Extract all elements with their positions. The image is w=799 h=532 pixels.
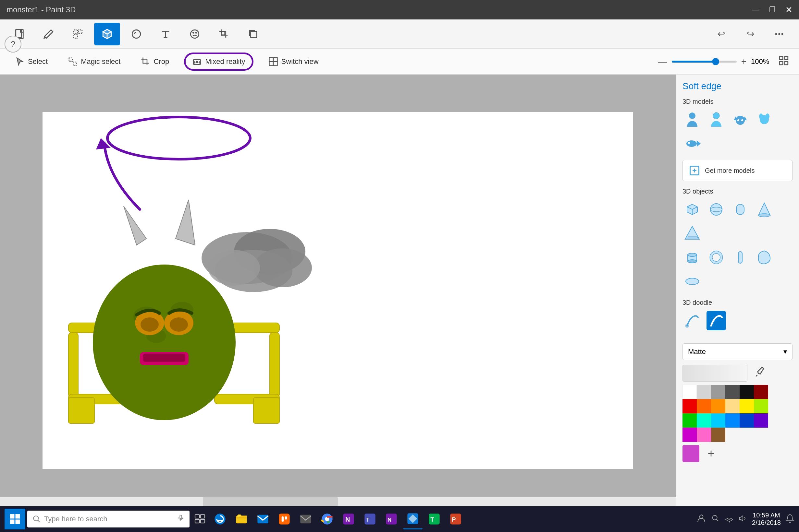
overflow-button[interactable]: ••• (766, 23, 793, 45)
custom-color-swatch[interactable] (683, 445, 700, 462)
color-cyan[interactable] (697, 413, 711, 428)
color-red[interactable] (683, 399, 697, 413)
color-blue[interactable] (725, 413, 740, 428)
fit-screen-button[interactable] (778, 55, 789, 68)
zoom-slider[interactable] (672, 61, 737, 62)
obj-tube[interactable] (730, 248, 750, 267)
color-black[interactable] (740, 385, 754, 399)
svg-point-62 (766, 113, 769, 119)
stickers-button[interactable] (182, 23, 208, 45)
svg-rect-29 (69, 397, 94, 423)
taskbar-chrome[interactable] (317, 509, 337, 529)
model-icon-fish[interactable] (683, 134, 702, 153)
model-icon-person1[interactable] (683, 110, 702, 129)
model-icon-person2[interactable] (707, 110, 726, 129)
color-yellow[interactable] (740, 399, 754, 413)
scrollbar-thumb[interactable] (203, 497, 338, 506)
taskbar-explorer[interactable] (232, 509, 251, 529)
undo-button[interactable]: ↩ (708, 23, 734, 45)
obj-cylinder[interactable] (683, 248, 702, 267)
doodle-hard-brush[interactable] (707, 311, 726, 330)
add-color-button[interactable]: + (703, 445, 720, 462)
zoom-minus-button[interactable]: — (658, 56, 667, 67)
color-brown[interactable] (711, 428, 725, 442)
canvas-area[interactable] (0, 75, 676, 506)
taskbar-network-icon[interactable] (725, 514, 734, 525)
taskbar-email[interactable] (253, 509, 273, 529)
taskbar-onenote[interactable]: N (339, 509, 358, 529)
text-button[interactable] (152, 23, 179, 45)
select-button[interactable]: Select (10, 54, 53, 70)
material-dropdown[interactable]: Matte ▾ (683, 343, 793, 360)
taskbar-edge[interactable] (210, 509, 230, 529)
taskbar-onenote2[interactable]: N (382, 509, 401, 529)
taskbar-search-icon[interactable] (711, 514, 720, 525)
taskbar-mail2[interactable] (296, 509, 315, 529)
mixed-reality-button[interactable]: Mixed reality (184, 53, 253, 71)
minimize-button[interactable]: — (752, 5, 759, 14)
taskbar-orange-app[interactable] (275, 509, 294, 529)
color-green[interactable] (683, 413, 697, 428)
taskbar-people-icon[interactable] (696, 513, 707, 525)
paste3d-button[interactable] (240, 23, 266, 45)
color-purple[interactable] (754, 413, 768, 428)
taskbar-green-app[interactable]: T (424, 509, 444, 529)
taskbar-paint3d[interactable] (403, 509, 422, 529)
taskbar-search[interactable]: Type here to search (27, 511, 189, 528)
taskbar-powerpoint[interactable]: P (446, 509, 466, 529)
crop-button[interactable] (211, 23, 237, 45)
crop-sec-button[interactable]: Crop (135, 54, 174, 70)
color-orange[interactable] (697, 399, 711, 413)
svg-point-71 (759, 214, 770, 217)
magic-select-label: Magic select (81, 57, 121, 66)
model-icon-animal[interactable] (755, 110, 774, 129)
start-button[interactable] (4, 509, 25, 529)
obj-pyramid[interactable] (683, 224, 702, 243)
color-lightgray[interactable] (697, 385, 711, 399)
svg-point-75 (688, 253, 697, 256)
color-pink[interactable] (697, 428, 711, 442)
switch-view-button[interactable]: Switch view (263, 54, 324, 70)
clock-display[interactable]: 10:59 AM 2/16/2018 (752, 512, 781, 527)
task-view-button[interactable] (192, 511, 208, 528)
color-magenta[interactable] (683, 428, 697, 442)
color-darkred[interactable] (754, 385, 768, 399)
obj-blob[interactable] (755, 248, 774, 267)
color-darkorange[interactable] (711, 399, 725, 413)
model-icon-cat[interactable] (730, 110, 750, 129)
3d-button[interactable] (94, 23, 120, 45)
color-white[interactable] (683, 385, 697, 399)
taskbar-teams[interactable]: T (360, 509, 380, 529)
color-darkgray[interactable] (725, 385, 740, 399)
obj-disc[interactable] (683, 272, 702, 291)
obj-cube[interactable] (683, 200, 702, 219)
maximize-button[interactable]: ❐ (769, 5, 776, 14)
doodle-soft-brush[interactable] (683, 311, 702, 330)
obj-torus[interactable] (707, 248, 726, 267)
taskbar-notifications[interactable] (785, 514, 795, 525)
magic-select-button[interactable] (65, 23, 91, 45)
color-lightblue[interactable] (711, 413, 725, 428)
color-lightyellow[interactable] (725, 399, 740, 413)
color-yellowgreen[interactable] (754, 399, 768, 413)
doodle-section-title: 3D doodle (683, 299, 793, 306)
zoom-plus-button[interactable]: + (741, 56, 746, 67)
effects-button[interactable] (123, 23, 149, 45)
obj-sphere[interactable] (707, 200, 726, 219)
color-preview[interactable] (683, 365, 747, 382)
get-more-models-button[interactable]: Get more models (683, 160, 793, 181)
magic-select-sec-button[interactable]: Magic select (62, 54, 126, 70)
custom-color-row: + (683, 445, 793, 462)
brush-button[interactable] (36, 23, 62, 45)
eyedropper-button[interactable] (752, 365, 767, 382)
redo-button[interactable]: ↪ (737, 23, 763, 45)
svg-rect-86 (195, 515, 200, 518)
obj-capsule[interactable] (730, 200, 750, 219)
obj-cone[interactable] (755, 200, 774, 219)
color-darkblue[interactable] (740, 413, 754, 428)
canvas-scrollbar[interactable] (0, 497, 676, 506)
color-gray[interactable] (711, 385, 725, 399)
taskbar-volume-icon[interactable] (738, 514, 747, 525)
zoom-area: — + 100% (658, 55, 789, 68)
close-button[interactable]: ✕ (785, 5, 793, 15)
